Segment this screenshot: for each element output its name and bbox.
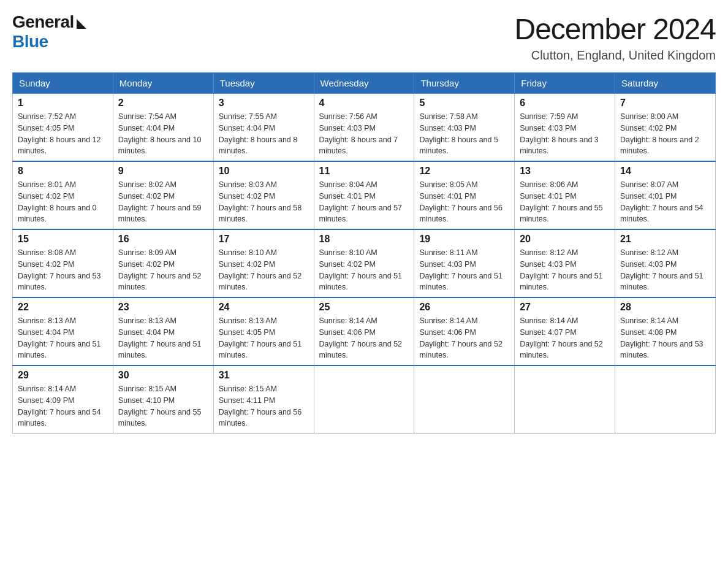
day-info: Sunrise: 8:13 AMSunset: 4:04 PMDaylight:… <box>18 315 108 361</box>
day-info: Sunrise: 8:12 AMSunset: 4:03 PMDaylight:… <box>520 247 610 293</box>
day-info: Sunrise: 8:14 AMSunset: 4:07 PMDaylight:… <box>520 315 610 361</box>
table-row <box>414 366 515 434</box>
day-number: 4 <box>319 98 409 109</box>
table-row: 14Sunrise: 8:07 AMSunset: 4:01 PMDayligh… <box>615 161 716 229</box>
day-number: 5 <box>419 98 509 109</box>
table-row: 27Sunrise: 8:14 AMSunset: 4:07 PMDayligh… <box>515 297 615 366</box>
day-number: 23 <box>118 302 208 313</box>
logo-general-text: General <box>12 12 74 32</box>
day-number: 12 <box>419 166 509 177</box>
day-info: Sunrise: 8:00 AMSunset: 4:02 PMDaylight:… <box>620 111 710 157</box>
table-row: 15Sunrise: 8:08 AMSunset: 4:02 PMDayligh… <box>13 229 113 297</box>
calendar-week-2: 8Sunrise: 8:01 AMSunset: 4:02 PMDaylight… <box>13 161 716 229</box>
logo-arrow-icon <box>77 19 86 29</box>
day-number: 10 <box>219 166 309 177</box>
day-number: 6 <box>520 98 610 109</box>
day-number: 30 <box>118 370 208 381</box>
table-row: 7Sunrise: 8:00 AMSunset: 4:02 PMDaylight… <box>615 94 716 162</box>
day-info: Sunrise: 8:10 AMSunset: 4:02 PMDaylight:… <box>219 247 309 293</box>
table-row <box>515 366 615 434</box>
day-number: 29 <box>18 370 108 381</box>
table-row: 18Sunrise: 8:10 AMSunset: 4:02 PMDayligh… <box>314 229 414 297</box>
day-number: 25 <box>319 302 409 313</box>
day-info: Sunrise: 8:11 AMSunset: 4:03 PMDaylight:… <box>419 247 509 293</box>
header-monday: Monday <box>113 73 213 94</box>
day-info: Sunrise: 8:08 AMSunset: 4:02 PMDaylight:… <box>18 247 108 293</box>
calendar-table: Sunday Monday Tuesday Wednesday Thursday… <box>12 72 716 434</box>
day-info: Sunrise: 8:09 AMSunset: 4:02 PMDaylight:… <box>118 247 208 293</box>
day-info: Sunrise: 8:12 AMSunset: 4:03 PMDaylight:… <box>620 247 710 293</box>
day-number: 17 <box>219 234 309 245</box>
day-number: 16 <box>118 234 208 245</box>
table-row: 20Sunrise: 8:12 AMSunset: 4:03 PMDayligh… <box>515 229 615 297</box>
header-thursday: Thursday <box>414 73 515 94</box>
calendar-week-1: 1Sunrise: 7:52 AMSunset: 4:05 PMDaylight… <box>13 94 716 162</box>
logo: General Blue <box>12 12 86 52</box>
table-row: 16Sunrise: 8:09 AMSunset: 4:02 PMDayligh… <box>113 229 213 297</box>
table-row: 2Sunrise: 7:54 AMSunset: 4:04 PMDaylight… <box>113 94 213 162</box>
day-info: Sunrise: 7:55 AMSunset: 4:04 PMDaylight:… <box>219 111 309 157</box>
page-header: General Blue December 2024 Clutton, Engl… <box>12 12 716 63</box>
day-number: 15 <box>18 234 108 245</box>
table-row: 1Sunrise: 7:52 AMSunset: 4:05 PMDaylight… <box>13 94 113 162</box>
table-row: 11Sunrise: 8:04 AMSunset: 4:01 PMDayligh… <box>314 161 414 229</box>
table-row: 8Sunrise: 8:01 AMSunset: 4:02 PMDaylight… <box>13 161 113 229</box>
logo-blue-text: Blue <box>12 32 48 52</box>
day-info: Sunrise: 8:05 AMSunset: 4:01 PMDaylight:… <box>419 179 509 225</box>
table-row: 5Sunrise: 7:58 AMSunset: 4:03 PMDaylight… <box>414 94 515 162</box>
calendar-week-5: 29Sunrise: 8:14 AMSunset: 4:09 PMDayligh… <box>13 366 716 434</box>
day-info: Sunrise: 8:14 AMSunset: 4:06 PMDaylight:… <box>419 315 509 361</box>
day-info: Sunrise: 8:14 AMSunset: 4:09 PMDaylight:… <box>18 383 108 429</box>
day-number: 7 <box>620 98 710 109</box>
day-number: 3 <box>219 98 309 109</box>
table-row: 22Sunrise: 8:13 AMSunset: 4:04 PMDayligh… <box>13 297 113 366</box>
table-row <box>615 366 716 434</box>
table-row: 25Sunrise: 8:14 AMSunset: 4:06 PMDayligh… <box>314 297 414 366</box>
day-info: Sunrise: 8:10 AMSunset: 4:02 PMDaylight:… <box>319 247 409 293</box>
title-block: December 2024 Clutton, England, United K… <box>514 12 716 63</box>
header-wednesday: Wednesday <box>314 73 414 94</box>
header-tuesday: Tuesday <box>213 73 314 94</box>
day-info: Sunrise: 8:13 AMSunset: 4:05 PMDaylight:… <box>219 315 309 361</box>
day-info: Sunrise: 8:14 AMSunset: 4:06 PMDaylight:… <box>319 315 409 361</box>
table-row: 28Sunrise: 8:14 AMSunset: 4:08 PMDayligh… <box>615 297 716 366</box>
day-number: 26 <box>419 302 509 313</box>
day-number: 13 <box>520 166 610 177</box>
day-number: 21 <box>620 234 710 245</box>
table-row: 4Sunrise: 7:56 AMSunset: 4:03 PMDaylight… <box>314 94 414 162</box>
day-number: 27 <box>520 302 610 313</box>
table-row: 31Sunrise: 8:15 AMSunset: 4:11 PMDayligh… <box>213 366 314 434</box>
table-row: 17Sunrise: 8:10 AMSunset: 4:02 PMDayligh… <box>213 229 314 297</box>
day-number: 14 <box>620 166 710 177</box>
calendar-header-row: Sunday Monday Tuesday Wednesday Thursday… <box>13 73 716 94</box>
table-row: 30Sunrise: 8:15 AMSunset: 4:10 PMDayligh… <box>113 366 213 434</box>
table-row: 12Sunrise: 8:05 AMSunset: 4:01 PMDayligh… <box>414 161 515 229</box>
table-row: 29Sunrise: 8:14 AMSunset: 4:09 PMDayligh… <box>13 366 113 434</box>
day-info: Sunrise: 7:52 AMSunset: 4:05 PMDaylight:… <box>18 111 108 157</box>
day-info: Sunrise: 7:56 AMSunset: 4:03 PMDaylight:… <box>319 111 409 157</box>
table-row: 23Sunrise: 8:13 AMSunset: 4:04 PMDayligh… <box>113 297 213 366</box>
day-info: Sunrise: 8:14 AMSunset: 4:08 PMDaylight:… <box>620 315 710 361</box>
day-number: 22 <box>18 302 108 313</box>
location-text: Clutton, England, United Kingdom <box>514 48 716 63</box>
day-info: Sunrise: 8:03 AMSunset: 4:02 PMDaylight:… <box>219 179 309 225</box>
day-number: 24 <box>219 302 309 313</box>
day-info: Sunrise: 7:59 AMSunset: 4:03 PMDaylight:… <box>520 111 610 157</box>
table-row: 19Sunrise: 8:11 AMSunset: 4:03 PMDayligh… <box>414 229 515 297</box>
table-row: 24Sunrise: 8:13 AMSunset: 4:05 PMDayligh… <box>213 297 314 366</box>
day-number: 19 <box>419 234 509 245</box>
day-info: Sunrise: 8:01 AMSunset: 4:02 PMDaylight:… <box>18 179 108 225</box>
day-number: 9 <box>118 166 208 177</box>
day-number: 1 <box>18 98 108 109</box>
day-number: 8 <box>18 166 108 177</box>
day-info: Sunrise: 8:04 AMSunset: 4:01 PMDaylight:… <box>319 179 409 225</box>
day-number: 31 <box>219 370 309 381</box>
day-info: Sunrise: 8:13 AMSunset: 4:04 PMDaylight:… <box>118 315 208 361</box>
table-row: 26Sunrise: 8:14 AMSunset: 4:06 PMDayligh… <box>414 297 515 366</box>
table-row: 6Sunrise: 7:59 AMSunset: 4:03 PMDaylight… <box>515 94 615 162</box>
month-title: December 2024 <box>514 12 716 46</box>
day-info: Sunrise: 8:02 AMSunset: 4:02 PMDaylight:… <box>118 179 208 225</box>
day-info: Sunrise: 7:54 AMSunset: 4:04 PMDaylight:… <box>118 111 208 157</box>
table-row: 10Sunrise: 8:03 AMSunset: 4:02 PMDayligh… <box>213 161 314 229</box>
calendar-week-3: 15Sunrise: 8:08 AMSunset: 4:02 PMDayligh… <box>13 229 716 297</box>
